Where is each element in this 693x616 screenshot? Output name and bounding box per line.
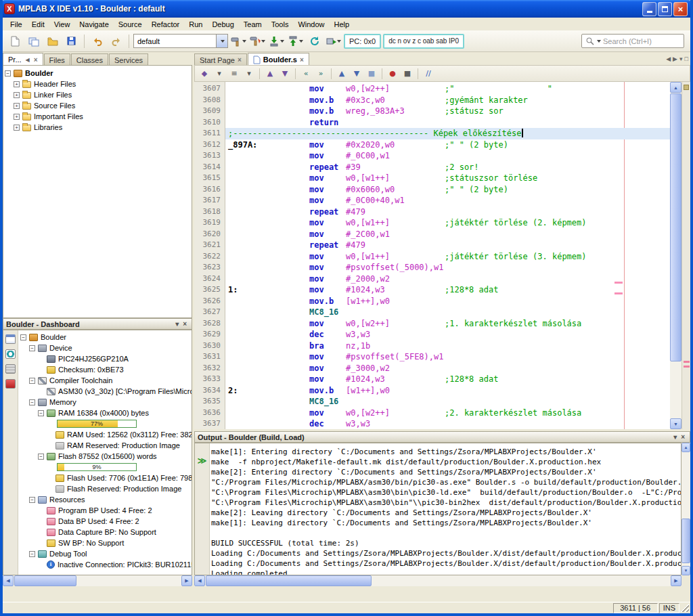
toggle-bookmark-button[interactable]: ■: [365, 67, 378, 80]
line-number[interactable]: 3613: [194, 150, 225, 162]
scroll-thumb[interactable]: [670, 93, 681, 361]
clean-and-build-button[interactable]: [249, 32, 266, 49]
code-line[interactable]: 3619movw0,[w1++];játéktér törlése (2. ké…: [194, 217, 670, 229]
dashboard-hscrollbar[interactable]: ◀ ▶: [3, 575, 192, 586]
pin-icon[interactable]: ▾: [173, 320, 181, 328]
last-edit-view-button[interactable]: ◆: [198, 67, 211, 80]
menu-item-refactor[interactable]: Refactor: [147, 19, 185, 30]
menu-item-help[interactable]: Help: [330, 19, 355, 30]
code-line[interactable]: 3615movw0,[w1++];státuszsor törlése: [194, 173, 670, 184]
code-line[interactable]: 3612_897A:mov#0x2020,w0;" " (2 byte): [194, 139, 670, 151]
scroll-thumb[interactable]: [206, 575, 372, 586]
expand-toggle-icon[interactable]: +: [14, 103, 20, 109]
properties-icon[interactable]: [5, 364, 16, 374]
line-number[interactable]: 3624: [194, 273, 225, 285]
menu-item-view[interactable]: View: [49, 19, 75, 30]
output-vscrollbar[interactable]: ▲ ▼: [681, 443, 690, 575]
diff-view-button[interactable]: ≡: [227, 67, 241, 80]
line-number[interactable]: 3630: [194, 340, 225, 352]
tree-row[interactable]: −Flash 87552 (0x15600) words: [19, 451, 192, 462]
refresh-debug-tool-button[interactable]: [306, 32, 323, 49]
collapse-toggle-icon[interactable]: −: [5, 70, 11, 76]
line-number[interactable]: 3628: [194, 318, 225, 330]
slide-left-icon[interactable]: ◀: [24, 57, 31, 63]
tree-row[interactable]: −RAM 16384 (0x4000) bytes: [19, 408, 192, 418]
tab-projects[interactable]: Pr... ◀ ×: [3, 53, 43, 65]
close-tab-icon[interactable]: ×: [300, 56, 304, 64]
expand-toggle-icon[interactable]: +: [14, 125, 20, 131]
configuration-select[interactable]: default: [133, 34, 228, 48]
tab-list-icon[interactable]: ▾: [679, 56, 683, 62]
program-device-button[interactable]: [268, 32, 285, 49]
editor-vscrollbar[interactable]: ▲ ▼: [670, 82, 681, 429]
tab-start-page[interactable]: Start Page ×: [194, 53, 247, 65]
line-number[interactable]: 3623: [194, 262, 225, 273]
save-all-button[interactable]: [63, 32, 80, 49]
maximize-editor-icon[interactable]: □: [685, 56, 688, 62]
line-number[interactable]: 3620: [194, 229, 225, 240]
tree-row[interactable]: +Libraries: [3, 122, 192, 133]
open-project-button[interactable]: [44, 32, 61, 49]
error-stripe[interactable]: [681, 82, 690, 429]
rerun-build-icon[interactable]: ≫: [198, 456, 207, 466]
line-number[interactable]: 3636: [194, 408, 225, 419]
line-number[interactable]: 3622: [194, 251, 225, 263]
expand-toggle-icon[interactable]: +: [14, 114, 20, 120]
scroll-thumb[interactable]: [14, 575, 76, 586]
title-bar[interactable]: X MPLAB X IDE v1.10 - Boulder : default …: [0, 0, 693, 18]
output-panel[interactable]: ≫ make[1]: Entering directory `C:/Docume…: [194, 443, 681, 575]
tree-row[interactable]: Data BP Used: 4 Free: 2: [19, 516, 192, 527]
code-line[interactable]: 3636movw0,[w2++];2. karakterkészlet máso…: [194, 408, 670, 419]
resize-grip[interactable]: [681, 604, 689, 612]
code-line[interactable]: 36251:mov#1024,w3;128*8 adat: [194, 284, 670, 296]
tree-row[interactable]: Flash Used: 7706 (0x1E1A) Free: 7984: [19, 472, 192, 483]
code-line[interactable]: 3618repeat#479: [194, 206, 670, 218]
code-line[interactable]: 3613mov#_0C00,w1: [194, 150, 670, 162]
code-line[interactable]: 36342:mov.b[w1++],w0: [194, 385, 670, 397]
line-number[interactable]: 3609: [194, 106, 225, 117]
view-dropdown-button[interactable]: ▾: [213, 67, 226, 80]
tree-row[interactable]: ASM30 (v3_30z) [C:\Program Files\Microch: [19, 386, 192, 397]
search-input[interactable]: Search (Ctrl+I): [581, 34, 684, 48]
line-number[interactable]: 3635: [194, 396, 225, 408]
code-line[interactable]: 3607movw0,[w2++];" ": [194, 83, 670, 95]
undo-button[interactable]: [89, 32, 106, 49]
line-number[interactable]: 3633: [194, 374, 225, 385]
line-number[interactable]: 3625: [194, 284, 225, 296]
line-number[interactable]: 3632: [194, 363, 225, 374]
next-bookmark-button[interactable]: ▼: [350, 67, 363, 80]
line-number[interactable]: 3614: [194, 162, 225, 173]
code-line[interactable]: 3630branz,1b: [194, 340, 670, 352]
read-device-button[interactable]: [287, 32, 304, 49]
code-line[interactable]: 3627MC8_16: [194, 307, 670, 318]
menu-item-file[interactable]: File: [5, 19, 27, 30]
tree-row[interactable]: −Boulder: [3, 68, 192, 79]
tab-files[interactable]: Files: [44, 53, 70, 65]
shift-right-button[interactable]: »: [314, 67, 328, 80]
code-line[interactable]: 3620mov#_2C00,w1: [194, 229, 670, 240]
menu-item-debug[interactable]: Debug: [207, 19, 238, 30]
line-number[interactable]: 3627: [194, 307, 225, 318]
line-number[interactable]: 3611: [194, 128, 225, 139]
collapse-toggle-icon[interactable]: −: [29, 399, 35, 405]
new-file-button[interactable]: [6, 32, 23, 49]
tree-row[interactable]: −Resources: [19, 494, 192, 505]
line-number[interactable]: 3631: [194, 351, 225, 363]
expand-toggle-icon[interactable]: +: [14, 81, 20, 87]
diff-dropdown-button[interactable]: ▾: [242, 67, 256, 80]
tree-row[interactable]: Data Capture BP: No Support: [19, 527, 192, 537]
scroll-thumb[interactable]: [681, 519, 690, 563]
code-line[interactable]: 3626mov.b[w1++],w0: [194, 296, 670, 307]
code-line[interactable]: 3617mov#_0C00+40,w1: [194, 195, 670, 206]
tree-row[interactable]: PIC24HJ256GP210A: [19, 353, 192, 364]
combo-dropdown-button[interactable]: [216, 35, 227, 47]
stripe-mark[interactable]: [684, 366, 690, 368]
tree-row[interactable]: Flash Reserved: Production Image: [19, 483, 192, 494]
tree-row[interactable]: Inactive Connection: PICkit3: BUR1021155: [19, 559, 192, 570]
code-line[interactable]: 3621repeat#479: [194, 240, 670, 251]
menu-item-source[interactable]: Source: [114, 19, 147, 30]
code-line[interactable]: 3623mov#psvoffset(_5000),w1: [194, 262, 670, 273]
shift-left-button[interactable]: «: [299, 67, 313, 80]
scroll-left-button[interactable]: ◀: [3, 575, 14, 586]
previous-bookmark-button[interactable]: ▲: [335, 67, 349, 80]
